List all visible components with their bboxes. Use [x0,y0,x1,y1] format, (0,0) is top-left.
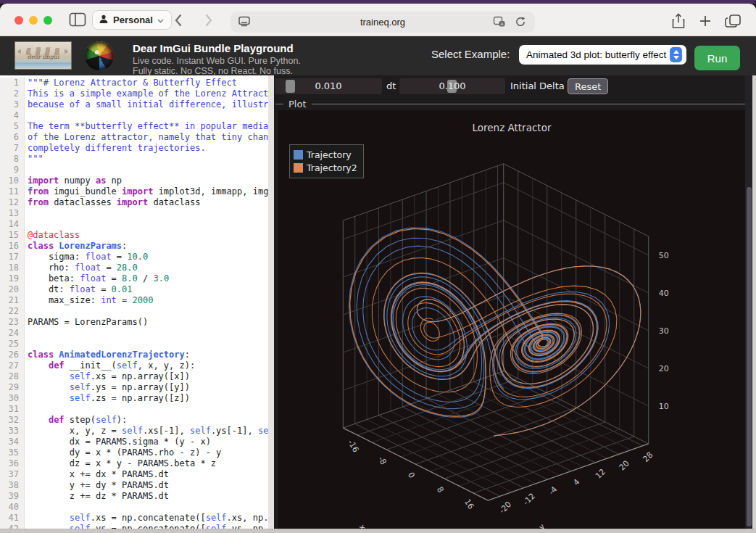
code-line: 19 beta: float = 8.0 / 3.0 [0,273,268,284]
axis-tick-label: 28 [641,450,655,464]
code-text: """ [25,154,43,165]
example-select-value: Animated 3d plot: butterfly effect [526,49,670,60]
initial-delta-slider-value: 0.100 [399,80,505,91]
code-text [25,404,28,415]
code-text: The term **butterfly effect** in popular… [25,121,268,132]
line-number: 1 [0,78,25,88]
axis-tick-label: 20 [659,364,669,373]
axis-tick-label: -12 [521,491,537,507]
code-line: 9 [0,165,268,175]
reload-icon[interactable] [515,16,526,30]
plot-legend[interactable]: Trajectory Trajectory2 [289,144,364,178]
line-number: 38 [0,480,25,491]
zoom-window-button[interactable] [43,16,52,25]
app-title: Dear ImGui Bundle Playground [133,42,294,54]
code-text: x += dx * PARAMS.dt [25,469,169,480]
tab-overview-icon[interactable] [725,13,742,32]
line-number: 36 [0,458,25,469]
trajectory-color-swatch [294,150,303,160]
profile-button[interactable]: Personal [92,10,172,30]
imgui-vertical-scrollbar-thumb[interactable] [747,187,752,526]
line-number: 21 [0,295,25,306]
code-line: 11from imgui_bundle import implot3d, imm… [0,186,268,197]
editor-splitter[interactable] [268,75,274,529]
plot-canvas[interactable]: -16-80816-20-12-441220281020304050xy Lor… [278,110,745,529]
translate-icon[interactable]: A [493,16,506,30]
line-number: 19 [0,273,25,284]
code-line: 42 self.ys = np.concatenate([self.ys, np… [0,524,268,529]
line-number: 41 [0,513,25,524]
page-vertical-scrollbar[interactable] [752,75,756,533]
code-line: 35 dy = x * (PARAMS.rho - z) - y [0,447,268,458]
app-header: dear imgui Dear ImGui Bundle Playground … [0,36,756,75]
code-text: self.xs = np.array([x]) [25,371,190,382]
code-line: 39 z += dz * PARAMS.dt [0,491,268,502]
url-text: traineq.org [230,17,535,28]
code-text: PARAMS = LorenzParams() [25,317,148,328]
legend-item-trajectory2[interactable]: Trajectory2 [294,161,357,174]
separator-dash [275,104,283,104]
code-line: 6of the Lorenz attractor, namely that ti… [0,132,268,143]
line-number: 37 [0,469,25,480]
back-button[interactable] [171,13,187,30]
line-number: 16 [0,241,25,252]
code-line: 37 x += dx * PARAMS.dt [0,469,268,480]
example-select[interactable]: Animated 3d plot: butterfly effect [519,45,686,65]
code-text: sigma: float = 10.0 [25,252,148,263]
grid-line [343,183,503,239]
code-line: 8""" [0,154,268,165]
line-number: 28 [0,371,25,382]
code-text: of the Lorenz attractor, namely that tin… [25,132,268,143]
code-line: 2This is a simple example of the Lorenz … [0,88,268,99]
code-line: 3because of a small initial difference, … [0,99,268,110]
close-window-button[interactable] [14,16,23,25]
address-bar[interactable]: traineq.org A [230,12,535,33]
initial-delta-slider[interactable]: 0.100 [399,78,505,94]
code-lines: 1"""# Lorenz Attractor & Butterfly Effec… [0,78,268,529]
dt-slider-value: 0.010 [275,80,382,91]
code-editor[interactable]: 1"""# Lorenz Attractor & Butterfly Effec… [0,75,268,529]
line-number: 32 [0,415,25,426]
axis-tick-label: 40 [659,289,669,298]
svg-text:A: A [500,22,503,26]
line-number: 12 [0,197,25,208]
forward-button[interactable] [200,13,216,30]
code-text [25,502,28,513]
imgui-vertical-scrollbar[interactable] [745,75,752,529]
sidebar-icon[interactable] [69,12,86,30]
axis-tick-label: 10 [659,402,669,411]
line-number: 7 [0,143,25,154]
minimize-window-button[interactable] [29,16,38,25]
profile-label: Personal [113,15,153,25]
code-text: rho: float = 28.0 [25,263,138,273]
share-icon[interactable] [671,13,686,32]
code-line: 36 dz = x * y - PARAMS.beta * z [0,458,268,469]
code-line: 21 max_size: int = 2000 [0,295,268,306]
separator-line [312,104,745,104]
new-tab-icon[interactable] [698,13,713,32]
page-horizontal-scrollbar[interactable] [0,529,756,533]
legend-item-trajectory[interactable]: Trajectory [294,148,357,161]
line-number: 25 [0,339,25,350]
line-number: 30 [0,393,25,404]
reset-button[interactable]: Reset [568,78,608,94]
code-line: 7completely different trajectories. [0,143,268,154]
line-number: 27 [0,360,25,371]
dt-slider[interactable]: 0.010 [275,78,382,94]
line-number: 31 [0,404,25,415]
axis-tick-label: 4 [572,477,582,487]
code-line: 22 [0,306,268,317]
code-text: @dataclass [25,230,80,241]
app-tagline-2: Fully static. No CSS, no React. No fuss. [133,66,293,76]
plot-section-separator: Plot [274,99,752,110]
code-text: dz = x * y - PARAMS.beta * z [25,458,216,469]
code-text: y += dy * PARAMS.dt [25,480,169,491]
imgui-panel: 0.010 dt 0.100 Initial Delta Reset Plot … [274,75,752,529]
line-number: 39 [0,491,25,502]
line-number: 20 [0,284,25,295]
axis-tick-label: -16 [346,438,361,454]
code-text: x, y, z = self.xs[-1], self.ys[-1], self… [25,426,268,437]
line-number: 3 [0,99,25,110]
run-button[interactable]: Run [694,46,740,70]
code-line: 24 [0,328,268,339]
